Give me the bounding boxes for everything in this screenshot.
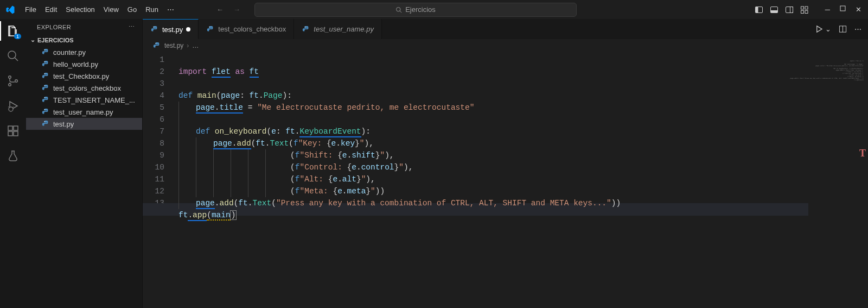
tab-label: test_colors_checkbox	[218, 25, 286, 33]
folder-name: EJERCICIOS	[37, 37, 74, 43]
svg-rect-12	[840, 6, 845, 11]
minimap[interactable]: import flet as ft def main(page: ft.Page…	[808, 52, 868, 308]
svg-point-30	[44, 109, 45, 110]
svg-rect-8	[801, 7, 803, 9]
activity-bar: 1	[0, 19, 26, 308]
run-file-icon[interactable]	[815, 25, 823, 33]
minimize-icon[interactable]: ─	[825, 5, 830, 14]
svg-rect-9	[805, 7, 808, 9]
file-item[interactable]: hello_world.py	[26, 58, 142, 70]
explorer-sidebar: EXPLORER ⋯ ⌄ EJERCICIOS counter.py hello…	[26, 19, 143, 308]
svg-line-19	[8, 106, 9, 108]
svg-point-27	[44, 73, 45, 74]
file-item-active[interactable]: test.py	[26, 118, 142, 130]
svg-rect-10	[801, 10, 803, 13]
svg-point-13	[8, 51, 16, 59]
sidebar-title: EXPLORER	[37, 24, 71, 30]
unsaved-dot-icon	[186, 27, 190, 32]
tab-actions: ⌄ ⋯	[808, 19, 868, 39]
svg-point-29	[44, 97, 45, 98]
main-menu: File Edit Selection View Go Run ⋯	[21, 3, 178, 16]
breadcrumb-ellipsis: …	[192, 42, 199, 49]
breadcrumb-file: test.py	[164, 42, 183, 49]
split-editor-icon[interactable]	[839, 25, 847, 33]
menu-go[interactable]: Go	[123, 3, 141, 16]
testing-icon[interactable]	[7, 149, 20, 162]
folder-header[interactable]: ⌄ EJERCICIOS	[26, 35, 142, 45]
error-indicator-icon: T	[859, 147, 866, 159]
svg-line-20	[12, 106, 14, 108]
svg-rect-21	[8, 126, 12, 130]
svg-rect-3	[755, 7, 758, 12]
file-item[interactable]: test_colors_checkbox	[26, 82, 142, 94]
svg-rect-11	[805, 10, 808, 13]
run-dropdown-icon[interactable]: ⌄	[825, 25, 831, 33]
search-activity-icon[interactable]	[7, 49, 20, 62]
maximize-icon[interactable]	[840, 5, 846, 14]
menu-file[interactable]: File	[21, 3, 41, 16]
nav-arrows: ← →	[216, 5, 240, 14]
svg-point-17	[15, 80, 18, 83]
toggle-panel-right-icon[interactable]	[785, 5, 794, 14]
toggle-panel-left-icon[interactable]	[755, 5, 763, 14]
python-file-icon	[41, 120, 50, 128]
sidebar-more-icon[interactable]: ⋯	[129, 23, 135, 30]
tab-preview[interactable]: test_user_name.py	[294, 19, 382, 39]
extensions-icon[interactable]	[7, 124, 20, 137]
svg-point-33	[209, 26, 210, 27]
svg-point-28	[44, 85, 45, 86]
tab-label: test_user_name.py	[314, 25, 374, 33]
svg-line-14	[15, 58, 18, 61]
customize-layout-icon[interactable]	[800, 5, 809, 14]
menu-selection[interactable]: Selection	[61, 3, 99, 16]
run-debug-icon[interactable]	[7, 99, 20, 112]
breadcrumb-sep: ›	[187, 42, 189, 49]
file-list: counter.py hello_world.py test_Checkbox.…	[26, 45, 142, 131]
breadcrumb[interactable]: test.py › …	[143, 39, 868, 52]
toggle-panel-bottom-icon[interactable]	[770, 5, 778, 14]
menu-edit[interactable]: Edit	[41, 3, 61, 16]
search-icon	[395, 7, 402, 13]
tab-label: test.py	[162, 26, 183, 34]
file-item[interactable]: counter.py	[26, 46, 142, 58]
python-file-icon	[41, 96, 50, 104]
python-file-icon	[206, 25, 215, 34]
tab[interactable]: test_colors_checkbox	[199, 19, 294, 39]
menu-run[interactable]: Run	[141, 3, 163, 16]
python-file-icon	[41, 60, 50, 68]
file-item[interactable]: TEST_INSERT_NAME_...	[26, 94, 142, 106]
python-file-icon	[41, 48, 50, 56]
menu-view[interactable]: View	[99, 3, 123, 16]
command-center[interactable]: Ejercicios	[254, 3, 577, 17]
source-control-icon[interactable]	[7, 74, 20, 87]
tab-active[interactable]: test.py	[143, 19, 199, 39]
nav-forward-icon[interactable]: →	[233, 5, 240, 14]
svg-rect-6	[786, 7, 793, 12]
chevron-down-icon: ⌄	[30, 36, 35, 43]
file-item[interactable]: test_Checkbox.py	[26, 70, 142, 82]
svg-line-1	[400, 11, 401, 12]
svg-point-34	[305, 26, 305, 27]
menu-overflow[interactable]: ⋯	[163, 3, 178, 16]
svg-point-0	[397, 7, 401, 11]
tab-more-icon[interactable]: ⋯	[854, 25, 861, 33]
python-file-icon	[150, 25, 159, 34]
svg-point-31	[44, 121, 45, 122]
nav-back-icon[interactable]: ←	[216, 5, 224, 14]
explorer-badge: 1	[14, 34, 21, 39]
svg-point-25	[44, 49, 45, 50]
python-file-icon	[41, 108, 50, 116]
layout-controls	[755, 5, 809, 14]
code-content[interactable]: import flet as ft def main(page: ft.Page…	[173, 52, 868, 308]
tab-bar: test.py test_colors_checkbox test_user_n…	[143, 19, 868, 39]
explorer-icon[interactable]: 1	[7, 24, 20, 37]
svg-point-18	[9, 107, 13, 111]
close-icon[interactable]: ✕	[856, 5, 861, 14]
search-text: Ejercicios	[405, 5, 436, 14]
svg-rect-24	[14, 126, 18, 130]
file-item[interactable]: test_user_name.py	[26, 106, 142, 118]
svg-rect-22	[8, 131, 12, 136]
python-file-icon	[152, 41, 161, 50]
svg-point-15	[9, 76, 11, 79]
code-editor[interactable]: 12345678910111213 import flet as ft def …	[143, 52, 868, 308]
